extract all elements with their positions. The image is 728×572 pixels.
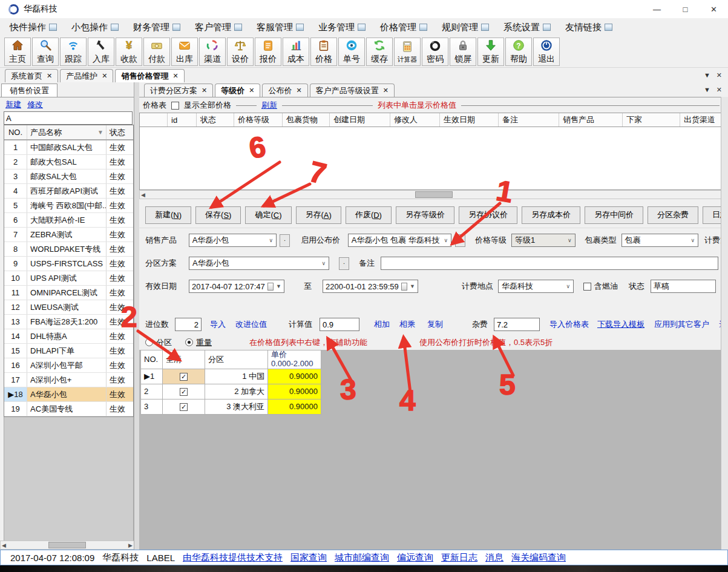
change-carry-link[interactable]: 改进位值 <box>235 319 267 330</box>
multiply-link[interactable]: 相乘 <box>399 319 415 330</box>
product-row-9[interactable]: 9USPS-FIRSTCLASS生效 <box>4 257 133 271</box>
toolbar-button-mail[interactable]: 出库 <box>171 38 198 66</box>
product-row-19[interactable]: 19AC美国专线生效 <box>4 402 133 416</box>
menu-item-4[interactable]: 客户管理 <box>195 22 242 33</box>
toolbar-button-bar-chart[interactable]: 成本 <box>283 38 309 66</box>
zone-row-price[interactable]: 0.90000 <box>268 399 321 414</box>
action-button-作废D[interactable]: 作废(D) <box>346 206 392 224</box>
col-clear-all[interactable]: 全清 <box>163 350 205 369</box>
product-row-5[interactable]: 5海峡号 西欧8国(中邮...生效 <box>4 199 133 213</box>
product-row-13[interactable]: 13FBA海运28天1:200生效 <box>4 315 133 329</box>
tab-close-icon[interactable]: ✕ <box>249 87 254 94</box>
tab-sale-price-settings[interactable]: 销售价设置 <box>1 84 57 97</box>
menu-item-6[interactable]: 业务管理 <box>318 22 366 33</box>
product-row-16[interactable]: 16A深圳小包平邮生效 <box>4 358 133 373</box>
product-row-18[interactable]: ▶18A华磊小包生效 <box>4 387 133 402</box>
zone-row-checkbox-cell[interactable] <box>163 399 205 414</box>
tab-销售价格管理[interactable]: 销售价格管理✕ <box>115 69 184 82</box>
toolbar-button-power[interactable]: 退出 <box>533 38 560 66</box>
menu-item-1[interactable]: 快件操作 <box>10 22 57 33</box>
menu-item-8[interactable]: 规则管理 <box>442 22 489 33</box>
price-table-hscrollbar[interactable]: ◀ ▶ <box>139 190 728 199</box>
action-button-另存A[interactable]: 另存(A) <box>296 206 341 224</box>
remark-input[interactable] <box>381 257 718 270</box>
product-row-17[interactable]: 17A深圳小包+生效 <box>4 373 133 387</box>
status-link-城市邮编查询[interactable]: 城市邮编查询 <box>335 552 389 564</box>
menu-item-3[interactable]: 财务管理 <box>133 22 180 33</box>
product-row-3[interactable]: 3邮政SAL大包生效 <box>4 169 133 184</box>
public-price-select[interactable]: A华磊小包 包裹 华磊科技∨ <box>348 234 451 247</box>
price-table-col-状态[interactable]: 状态 <box>197 113 234 127</box>
toolbar-button-calculator[interactable]: 计算器 <box>394 38 421 66</box>
minimize-icon[interactable]: — <box>643 1 671 18</box>
toolbar-button-recycle[interactable]: 缓存 <box>366 38 393 66</box>
dropdown-icon[interactable]: ▼ <box>704 71 710 79</box>
price-table-col-备注[interactable]: 备注 <box>499 113 559 127</box>
product-row-10[interactable]: 10UPS API测试生效 <box>4 271 133 286</box>
toolbar-button-home[interactable]: 主页 <box>4 38 31 66</box>
sale-product-ellipsis-button[interactable]: . <box>280 234 290 247</box>
tab-close-icon[interactable]: ✕ <box>172 72 178 80</box>
zone-row-checkbox[interactable] <box>180 388 188 396</box>
zone-grid-row-1[interactable]: ▶11 中国0.90000 <box>141 369 321 384</box>
download-template-link[interactable]: 下载导入模板 <box>597 319 644 330</box>
sort-desc-icon[interactable]: ▼ <box>97 129 103 136</box>
menu-item-10[interactable]: 友情链接 <box>565 22 612 33</box>
import-price-table-link[interactable]: 导入价格表 <box>549 319 589 330</box>
tab-系统首页[interactable]: 系统首页✕ <box>5 69 58 82</box>
toolbar-button-yuan[interactable]: ¥收款 <box>116 38 142 66</box>
zone-row-checkbox-cell[interactable] <box>163 369 205 384</box>
menu-item-5[interactable]: 客服管理 <box>257 22 304 33</box>
toolbar-button-scales[interactable]: 设价 <box>227 38 254 66</box>
action-button-确定C[interactable]: 确定(C) <box>245 206 291 224</box>
price-table-col-创建日期[interactable]: 创建日期 <box>330 113 390 127</box>
status-link-消息[interactable]: 消息 <box>485 552 503 564</box>
tab-产品维护[interactable]: 产品维护✕ <box>60 69 113 82</box>
zone-row-checkbox-cell[interactable] <box>163 384 205 399</box>
scroll-left-icon[interactable]: ◀ <box>141 192 145 198</box>
copy-link[interactable]: 复制 <box>427 319 443 330</box>
product-row-4[interactable]: 4西班牙邮政API测试生效 <box>4 184 133 199</box>
toolbar-button-eye[interactable]: 单号 <box>338 38 365 66</box>
close-icon[interactable]: ✕ <box>700 1 728 18</box>
product-filter-input[interactable] <box>4 111 133 125</box>
status-link-更新日志[interactable]: 更新日志 <box>441 552 477 564</box>
action-button-另存中间价[interactable]: 另存中间价 <box>585 206 643 224</box>
toolbar-button-scanner[interactable]: 入库 <box>88 38 114 66</box>
status-link-偏远查询[interactable]: 偏远查询 <box>397 552 433 564</box>
panel-splitter[interactable] <box>134 82 139 550</box>
zone-grid-row-3[interactable]: 33 澳大利亚0.90000 <box>141 399 321 414</box>
price-tab-计费分区方案[interactable]: 计费分区方案✕ <box>144 84 213 97</box>
product-table-header[interactable]: NO. 产品名称▼ 状态 <box>4 125 133 140</box>
toolbar-button-lens[interactable]: 密码 <box>422 38 448 66</box>
action-button-分区杂费[interactable]: 分区杂费 <box>648 206 698 224</box>
sidebar-hscrollbar[interactable]: ◀ ▶ <box>0 541 134 550</box>
zone-row-price[interactable]: 0.90000 <box>268 384 321 399</box>
show-all-prices-checkbox[interactable] <box>171 102 179 110</box>
zone-plan-ellipsis-button[interactable]: . <box>339 257 349 270</box>
product-row-2[interactable]: 2邮政大包SAL生效 <box>4 155 133 169</box>
zone-grid-header[interactable]: NO. 全清 分区 单价0.000-2.000 <box>141 350 321 369</box>
product-row-14[interactable]: 14DHL特惠A生效 <box>4 329 133 344</box>
dropdown-icon[interactable]: ▼ <box>704 86 710 93</box>
toolbar-button-wifi-track[interactable]: 跟踪 <box>60 38 87 66</box>
toolbar-button-download-arrow[interactable]: 更新 <box>477 38 504 66</box>
sale-product-select[interactable]: A华磊小包∨ <box>189 234 277 247</box>
price-table-col-价格等级[interactable]: 价格等级 <box>234 113 283 127</box>
action-button-保存S[interactable]: 保存(S) <box>195 206 241 224</box>
price-tab-客户产品等级设置[interactable]: 客户产品等级设置✕ <box>310 84 395 97</box>
status-link-由华磊科技提供技术支持[interactable]: 由华磊科技提供技术支持 <box>183 552 283 564</box>
zone-row-price[interactable]: 0.90000 <box>268 369 321 384</box>
close-icon[interactable]: ✕ <box>717 86 722 94</box>
price-table-col-包裹货物[interactable]: 包裹货物 <box>283 113 330 127</box>
price-table-header-row[interactable]: id状态价格等级包裹货物创建日期修改人生效日期备注销售产品下家出货渠道 <box>139 113 728 127</box>
price-table-body[interactable] <box>139 127 728 190</box>
price-level-select[interactable]: 等级1∨ <box>511 234 576 247</box>
scroll-left-icon[interactable]: ◀ <box>2 542 6 548</box>
new-link[interactable]: 新建 <box>5 99 21 110</box>
zone-plan-select[interactable]: A华磊小包∨ <box>189 257 329 270</box>
valid-from-picker[interactable]: 2017-04-07 12:07:47▼ <box>189 280 284 293</box>
price-tab-等级价[interactable]: 等级价✕ <box>215 84 260 97</box>
status-link-海关编码查询[interactable]: 海关编码查询 <box>511 552 566 564</box>
action-button-新建N[interactable]: 新建(N) <box>145 206 191 224</box>
